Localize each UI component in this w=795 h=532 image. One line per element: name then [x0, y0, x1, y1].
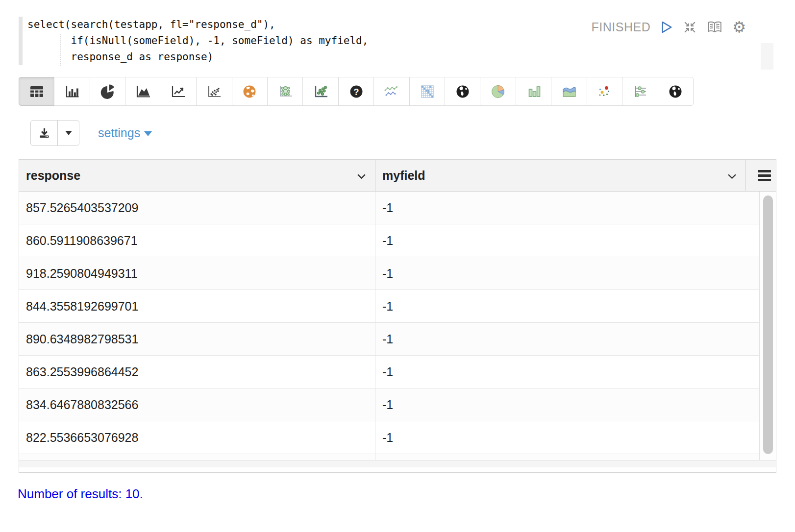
viz-area-stacked-button[interactable]	[551, 77, 587, 106]
book-icon[interactable]	[707, 21, 722, 34]
caret-down-icon	[65, 131, 72, 135]
viz-line-chart-button[interactable]	[161, 77, 197, 106]
table-header-row: response myfield	[19, 160, 776, 192]
hamburger-icon	[758, 170, 771, 181]
cell-response: 822.5536653076928	[19, 421, 375, 454]
vertical-scrollbar-track[interactable]	[760, 192, 776, 460]
code-block[interactable]: select(search(testapp, fl="response_d"),…	[27, 17, 368, 65]
download-menu-button[interactable]	[57, 120, 79, 146]
viz-multi-line-button[interactable]	[373, 77, 409, 106]
chevron-down-icon[interactable]	[357, 173, 366, 179]
editor-gutter	[19, 17, 23, 65]
viz-globe-dark-button-2[interactable]	[658, 77, 694, 106]
results-table: response myfield	[19, 159, 776, 473]
actions-row: settings	[30, 120, 152, 146]
code-line: select(search(testapp, fl="response_d"),	[27, 17, 368, 33]
table-row[interactable]: 857.5265403537209 -1	[19, 192, 776, 224]
chevron-down-icon[interactable]	[727, 173, 737, 179]
cell-response: 844.3558192699701	[19, 290, 375, 322]
viz-globe-orange-button[interactable]	[232, 77, 268, 106]
settings-toggle[interactable]: settings	[98, 126, 152, 140]
horizontal-scrollbar-track[interactable]	[19, 460, 776, 467]
column-header-response[interactable]: response	[19, 160, 375, 191]
table-row[interactable]: 860.5911908639671 -1	[19, 224, 776, 257]
cell-myfield: -1	[375, 290, 760, 322]
paragraph-controls: FINISHED ⚙	[592, 20, 746, 35]
cell-response: 860.5911908639671	[19, 224, 375, 257]
cell-myfield: -1	[375, 388, 760, 421]
viz-area-chart-button[interactable]	[125, 77, 161, 106]
table-row[interactable]: 844.3558192699701 -1	[19, 290, 776, 323]
code-line: if(isNull(someField), -1, someField) as …	[27, 33, 368, 49]
table-row[interactable]: 863.2553996864452 -1	[19, 356, 776, 388]
table-menu-button[interactable]	[746, 160, 776, 191]
code-line: response_d as response)	[27, 49, 368, 65]
settings-label: settings	[98, 126, 140, 140]
viz-pie-chart-button[interactable]	[90, 77, 125, 106]
column-label: myfield	[382, 169, 425, 183]
viz-bar-green-button[interactable]	[516, 77, 551, 106]
gear-icon[interactable]: ⚙	[732, 20, 746, 35]
viz-bubble-chart-button[interactable]	[267, 77, 303, 106]
visualization-toolbar: ?	[19, 77, 694, 106]
download-icon	[38, 127, 51, 140]
table-row-partial	[19, 454, 776, 460]
cell-response: 857.5265403537209	[19, 192, 375, 224]
results-count-text: Number of results: 10.	[18, 486, 143, 502]
column-label: response	[26, 169, 80, 183]
cell-myfield: -1	[375, 421, 760, 454]
viz-heatmap-button[interactable]	[409, 77, 445, 106]
viz-sliders-button[interactable]	[622, 77, 658, 106]
cell-response: 863.2553996864452	[19, 356, 375, 388]
column-header-myfield[interactable]: myfield	[375, 160, 746, 191]
cell-myfield: -1	[375, 257, 760, 290]
viz-scatter-chart-button[interactable]	[196, 77, 232, 106]
play-icon[interactable]	[660, 21, 673, 34]
vertical-scrollbar-thumb[interactable]	[763, 195, 773, 454]
viz-pie-colored-button[interactable]	[480, 77, 516, 106]
viz-table-button[interactable]	[19, 77, 54, 106]
status-badge: FINISHED	[592, 20, 651, 34]
settings-caret-icon	[144, 131, 152, 136]
table-body: 857.5265403537209 -1 860.5911908639671 -…	[19, 192, 776, 460]
code-editor[interactable]: select(search(testapp, fl="response_d"),…	[19, 17, 368, 65]
table-row[interactable]: 822.5536653076928 -1	[19, 421, 776, 454]
svg-text:?: ?	[353, 87, 359, 97]
compress-icon[interactable]	[683, 20, 697, 34]
table-row[interactable]: 918.2590804949311 -1	[19, 257, 776, 290]
cell-response: 834.6467880832566	[19, 388, 375, 421]
download-button[interactable]	[30, 120, 58, 146]
cell-myfield: -1	[375, 323, 760, 355]
viz-help-button[interactable]: ?	[338, 77, 374, 106]
editor-scrollbar[interactable]	[761, 43, 773, 70]
cell-myfield: -1	[375, 192, 760, 224]
viz-bar-chart-button[interactable]	[54, 77, 90, 106]
table-row[interactable]: 834.6467880832566 -1	[19, 388, 776, 421]
cell-myfield: -1	[375, 224, 760, 257]
zeppelin-paragraph: select(search(testapp, fl="response_d"),…	[0, 0, 795, 532]
cell-response: 918.2590804949311	[19, 257, 375, 290]
download-split-button	[30, 120, 79, 146]
viz-globe-dark-button-1[interactable]	[445, 77, 480, 106]
viz-scatter-colored-button[interactable]	[587, 77, 622, 106]
viz-scatter-green-button[interactable]	[302, 77, 338, 106]
table-row[interactable]: 890.6348982798531 -1	[19, 323, 776, 356]
cell-myfield: -1	[375, 356, 760, 388]
cell-response: 890.6348982798531	[19, 323, 375, 355]
indent-guide	[60, 34, 61, 66]
